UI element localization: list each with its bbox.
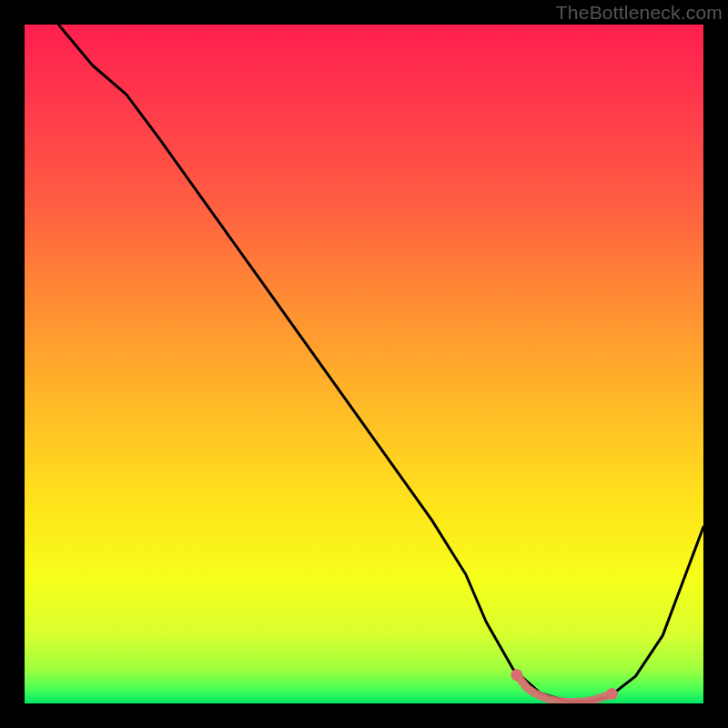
highlight-marker [511, 669, 522, 681]
highlight-marker [606, 688, 618, 700]
bottleneck-chart [25, 25, 703, 703]
plot-background [25, 25, 703, 703]
watermark-text: TheBottleneck.com [556, 2, 723, 24]
chart-frame: TheBottleneck.com [0, 0, 728, 728]
